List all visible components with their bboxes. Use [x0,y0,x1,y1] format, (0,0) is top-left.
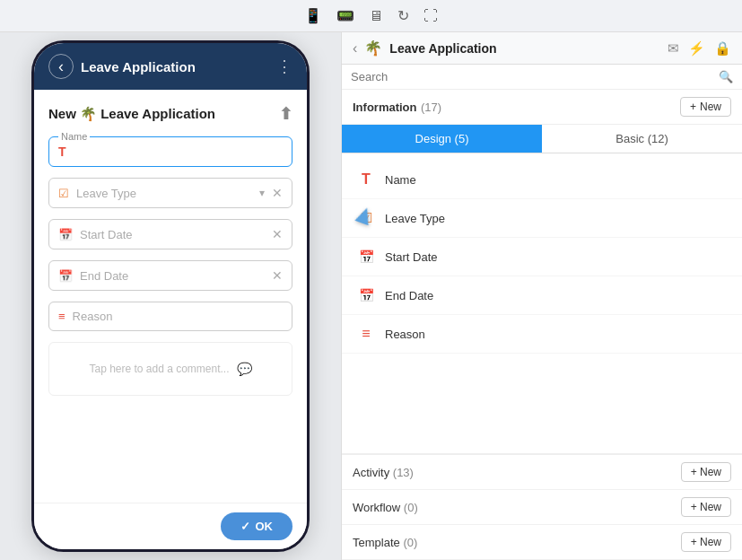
field-end-date-label: End Date [385,289,433,302]
information-bar: Information (17) + New [342,90,742,125]
right-panel-title: Leave Application [389,41,660,56]
phone-leave-type-icon: ☑ [58,187,69,200]
phone-header: ‹ Leave Application ⋮ [34,43,307,90]
workflow-section-label: Workflow (0) [353,501,418,514]
field-item-start-date[interactable]: 📅 Start Date [342,238,742,276]
phone-name-type-icon: T [58,144,66,159]
right-panel-back-icon[interactable]: ‹ [353,40,357,57]
field-start-date-label: Start Date [385,250,438,264]
right-panel: ‹ 🌴 Leave Application ✉ ⚡ 🔒 🔍 Informatio… [341,32,742,560]
tab-basic[interactable]: Basic (12) [542,125,742,153]
phone-leave-type-field[interactable]: ☑ Leave Type ▾ ✕ [48,178,292,208]
right-panel-lock-icon[interactable]: 🔒 [714,40,731,57]
search-bar: 🔍 [342,65,742,90]
refresh-toolbar-icon[interactable]: ↻ [397,7,409,24]
fields-list: T Name ☑ Leave Type 📅 Start Date 📅 End D… [342,153,742,453]
right-panel-mail-icon[interactable]: ✉ [668,40,679,57]
phone-reason-placeholder: Reason [73,310,283,323]
information-label: Information (17) [353,99,441,115]
phone-back-button[interactable]: ‹ [48,54,74,79]
phone-end-date-clear-icon[interactable]: ✕ [272,268,283,283]
right-panel-app-icon: 🌴 [364,39,382,57]
phone-reason-field[interactable]: ≡ Reason [48,302,292,331]
phone-share-icon[interactable]: ⬆ [279,104,292,124]
phone-name-input[interactable] [74,145,283,159]
desktop-toolbar-icon[interactable]: 🖥 [369,8,383,24]
field-leave-type-label: Leave Type [385,212,445,225]
field-leave-type-icon: ☑ [356,208,376,228]
field-item-reason[interactable]: ≡ Reason [342,315,742,354]
phone-comment-placeholder: Tap here to add a comment... [89,363,229,375]
phone-body: New 🌴 Leave Application ⬆ Name T ☑ Leave… [34,90,307,503]
tablet-toolbar-icon[interactable]: 📟 [336,7,354,24]
phone-start-date-field[interactable]: 📅 Start Date ✕ [48,219,292,249]
phone-ok-label: OK [256,520,274,533]
information-new-button[interactable]: + New [680,97,731,117]
field-reason-icon: ≡ [356,324,376,344]
phone-leave-type-placeholder: Leave Type [76,187,252,200]
phone-ok-checkmark: ✓ [240,520,250,533]
field-start-date-icon: 📅 [356,247,376,267]
search-input[interactable] [351,70,713,83]
information-new-label: New [700,101,721,113]
tabs-bar: Design (5) Basic (12) [342,125,742,153]
field-item-leave-type[interactable]: ☑ Leave Type [342,199,742,238]
phone-ok-button[interactable]: ✓ OK [221,512,293,540]
expand-toolbar-icon[interactable]: ⛶ [423,8,438,24]
phone-app-title: Leave Application [81,59,269,74]
bottom-sections: Activity (13) + New Workflow (0) + New T… [342,453,742,560]
field-reason-label: Reason [385,328,425,341]
template-new-button[interactable]: + New [681,532,731,552]
phone-comment-icon: 💬 [237,362,252,376]
field-item-name[interactable]: T Name [342,161,742,199]
phone-start-date-icon: 📅 [58,228,73,241]
phone-end-date-placeholder: End Date [80,269,265,283]
template-section-label: Template (0) [353,536,417,549]
field-name-label: Name [385,173,416,187]
phone-mockup-area: ‹ Leave Application ⋮ New 🌴 Leave Applic… [0,32,341,560]
phone-end-date-field[interactable]: 📅 End Date ✕ [48,260,292,291]
activity-section-row: Activity (13) + New [342,455,742,490]
template-section-row: Template (0) + New [342,525,742,560]
right-panel-header: ‹ 🌴 Leave Application ✉ ⚡ 🔒 [342,32,742,65]
top-toolbar: 📱 📟 🖥 ↻ ⛶ [0,0,742,32]
workflow-section-row: Workflow (0) + New [342,490,742,525]
phone-start-date-clear-icon[interactable]: ✕ [272,227,283,241]
phone-form-title: New 🌴 Leave Application ⬆ [48,104,292,124]
information-new-plus: + [690,101,696,113]
field-item-end-date[interactable]: 📅 End Date [342,276,742,315]
tab-design[interactable]: Design (5) [342,125,542,153]
right-panel-bolt-icon[interactable]: ⚡ [688,40,705,57]
phone-name-label: Name [58,131,90,142]
activity-section-label: Activity (13) [353,466,414,479]
phone-toolbar-icon[interactable]: 📱 [304,7,322,24]
right-panel-actions: ✉ ⚡ 🔒 [668,40,731,57]
phone-name-field[interactable]: Name T [48,136,292,167]
phone-reason-icon: ≡ [58,310,65,323]
phone-start-date-placeholder: Start Date [80,228,265,241]
search-icon: 🔍 [719,70,733,83]
phone-comment-area[interactable]: Tap here to add a comment... 💬 [48,342,292,396]
phone-leave-type-dropdown-icon[interactable]: ▾ [259,187,265,199]
phone-leave-type-clear-icon[interactable]: ✕ [272,186,283,200]
phone-menu-icon[interactable]: ⋮ [276,57,292,76]
field-name-icon: T [356,170,376,189]
phone-frame: ‹ Leave Application ⋮ New 🌴 Leave Applic… [31,40,310,552]
phone-end-date-icon: 📅 [58,269,73,283]
activity-new-button[interactable]: + New [681,462,731,482]
workflow-new-button[interactable]: + New [681,497,731,517]
field-end-date-icon: 📅 [356,285,376,305]
phone-footer: ✓ OK [34,503,307,549]
